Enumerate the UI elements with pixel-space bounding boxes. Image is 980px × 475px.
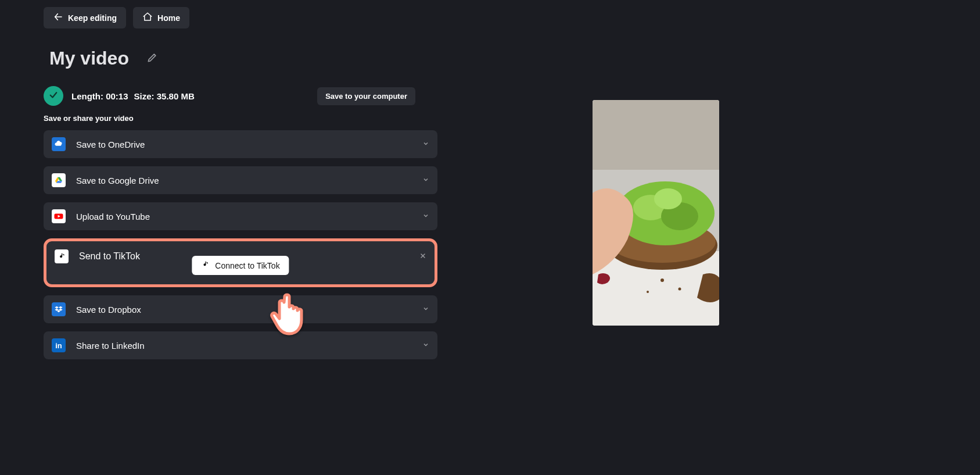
export-status-text: Length: 00:13 Size: 35.80 MB xyxy=(71,91,195,101)
export-complete-badge xyxy=(44,86,63,106)
svg-point-24 xyxy=(647,291,649,293)
chevron-down-icon xyxy=(422,304,429,315)
share-row-tiktok-expanded: Send to TikTok Connect to TikTok xyxy=(44,238,437,287)
share-row-youtube[interactable]: Upload to YouTube xyxy=(44,202,437,230)
keep-editing-button[interactable]: Keep editing xyxy=(44,7,126,28)
chevron-down-icon xyxy=(422,340,429,351)
close-icon xyxy=(419,251,426,261)
check-icon xyxy=(48,90,59,102)
share-row-label: Upload to YouTube xyxy=(76,212,150,222)
video-preview-thumbnail xyxy=(593,100,719,326)
home-label: Home xyxy=(157,13,180,23)
linkedin-icon: in xyxy=(52,338,66,352)
svg-rect-14 xyxy=(593,100,719,170)
share-row-google-drive[interactable]: Save to Google Drive xyxy=(44,166,437,194)
chevron-down-icon xyxy=(422,211,429,222)
save-to-computer-label: Save to your computer xyxy=(325,92,407,101)
save-to-computer-button[interactable]: Save to your computer xyxy=(317,87,415,105)
share-row-linkedin[interactable]: in Share to LinkedIn xyxy=(44,331,437,359)
chevron-down-icon xyxy=(422,139,429,149)
share-row-label: Save to OneDrive xyxy=(76,140,145,149)
pencil-icon xyxy=(146,55,158,65)
svg-marker-10 xyxy=(55,309,59,311)
svg-marker-11 xyxy=(59,309,63,311)
connect-tiktok-button[interactable]: Connect to TikTok xyxy=(192,256,289,275)
share-row-label: Share to LinkedIn xyxy=(76,341,145,351)
svg-point-21 xyxy=(654,188,682,209)
share-row-onedrive[interactable]: Save to OneDrive xyxy=(44,130,437,158)
svg-point-23 xyxy=(679,288,681,291)
connect-tiktok-label: Connect to TikTok xyxy=(215,261,279,270)
share-row-label: Save to Dropbox xyxy=(76,305,141,315)
page-title: My video xyxy=(49,48,129,69)
chevron-down-icon xyxy=(422,175,429,185)
home-icon xyxy=(142,12,153,24)
share-section-label: Save or share your video xyxy=(44,114,134,123)
tiktok-icon xyxy=(201,260,209,270)
keep-editing-label: Keep editing xyxy=(68,13,117,23)
share-row-label: Save to Google Drive xyxy=(76,176,159,185)
dropbox-icon xyxy=(52,302,66,316)
share-row-dropbox[interactable]: Save to Dropbox xyxy=(44,295,437,323)
share-list: Save to OneDrive Save to Google Drive Up… xyxy=(44,130,437,359)
collapse-tiktok-button[interactable] xyxy=(419,251,426,262)
youtube-icon xyxy=(52,209,66,223)
svg-marker-12 xyxy=(57,310,60,312)
edit-title-button[interactable] xyxy=(146,52,158,66)
google-drive-icon xyxy=(52,173,66,187)
share-row-label: Send to TikTok xyxy=(79,251,140,262)
onedrive-icon xyxy=(52,137,66,151)
tiktok-icon xyxy=(55,249,69,263)
arrow-left-icon xyxy=(53,12,63,24)
svg-point-22 xyxy=(660,278,664,282)
svg-marker-8 xyxy=(55,306,59,309)
svg-marker-9 xyxy=(59,306,63,309)
home-button[interactable]: Home xyxy=(133,7,189,28)
